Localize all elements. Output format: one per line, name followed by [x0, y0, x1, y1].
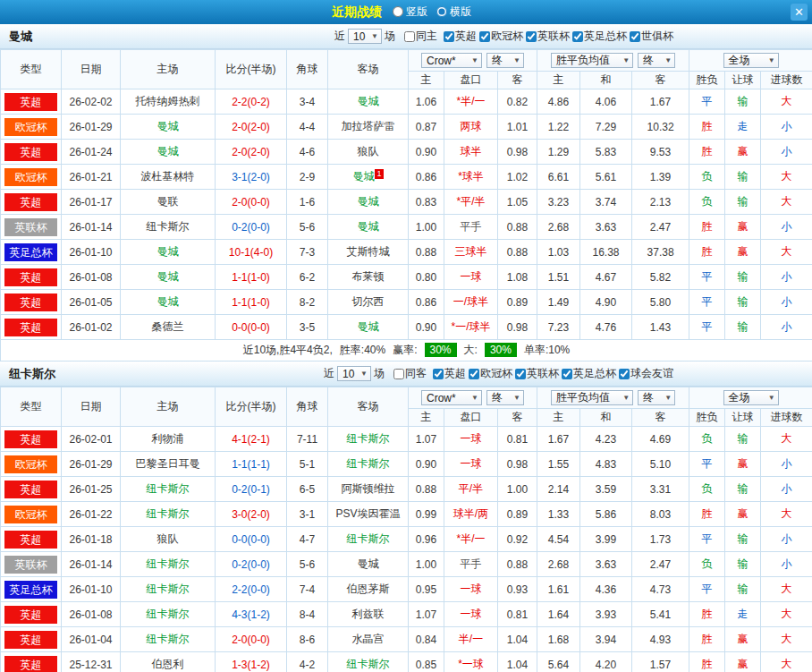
filter-league-checkbox[interactable]	[619, 369, 630, 379]
mean-final-select[interactable]: 终▼	[638, 53, 675, 68]
odds-handicap: 一球	[444, 265, 498, 290]
filter-same[interactable]: 同客	[393, 366, 427, 381]
mean-final-select[interactable]: 终▼	[638, 390, 675, 405]
home-team[interactable]: 纽卡斯尔	[121, 215, 216, 240]
filter-same-checkbox[interactable]	[404, 31, 415, 42]
match-row: 英超26-01-05曼城1-1(1-0)8-2切尔西0.86一/球半0.891.…	[1, 290, 812, 315]
home-team[interactable]: 狼队	[121, 527, 216, 552]
mean-draw: 3.93	[580, 602, 632, 627]
away-team[interactable]: 切尔西	[328, 290, 409, 315]
mean-select[interactable]: 胜平负均值▼	[551, 53, 633, 68]
chevron-down-icon: ▼	[622, 394, 630, 402]
filter-league-checkbox[interactable]	[444, 31, 454, 42]
odds-handicap: 三球半	[444, 240, 498, 265]
away-team[interactable]: 曼城	[328, 552, 409, 577]
home-team[interactable]: 桑德兰	[121, 315, 216, 340]
filter-league[interactable]: 球会友谊	[619, 366, 673, 381]
games-count-select[interactable]: 10▼	[337, 366, 371, 381]
filter-league-checkbox[interactable]	[515, 369, 526, 379]
vertical-radio[interactable]	[393, 6, 403, 17]
games-count-select[interactable]: 10▼	[348, 29, 382, 44]
filter-league[interactable]: 英超	[433, 366, 466, 381]
home-team[interactable]: 纽卡斯尔	[121, 627, 216, 652]
filter-league[interactable]: 世俱杯	[630, 29, 673, 44]
league-cell: 英联杯	[1, 552, 62, 577]
bookmaker-select[interactable]: Crow*▼	[421, 53, 482, 68]
layout-option-horizontal[interactable]: 横版	[436, 4, 471, 20]
section-team-name: 纽卡斯尔	[0, 366, 64, 382]
filter-league[interactable]: 欧冠杯	[469, 366, 512, 381]
away-team[interactable]: 阿斯顿维拉	[328, 477, 409, 502]
away-team[interactable]: 加拉塔萨雷	[328, 115, 409, 140]
odds-final-select[interactable]: 终▼	[486, 53, 524, 68]
home-team[interactable]: 波杜基林特	[121, 165, 216, 190]
away-team[interactable]: 曼城	[328, 215, 409, 240]
away-team[interactable]: 利兹联	[328, 602, 409, 627]
mean-select[interactable]: 胜平负均值▼	[551, 390, 633, 405]
filter-league-checkbox[interactable]	[572, 31, 583, 42]
mean-draw: 4.83	[580, 452, 632, 477]
filter-league-checkbox[interactable]	[526, 31, 537, 42]
away-team[interactable]: 纽卡斯尔	[328, 427, 409, 452]
away-team[interactable]: 纽卡斯尔	[328, 452, 409, 477]
filter-same[interactable]: 同主	[404, 29, 437, 44]
odds-home: 0.86	[409, 165, 444, 190]
home-team[interactable]: 曼城	[121, 265, 216, 290]
away-team[interactable]: 布莱顿	[328, 265, 409, 290]
filter-same-checkbox[interactable]	[393, 369, 404, 379]
away-team[interactable]: 曼城	[328, 190, 409, 215]
away-team[interactable]: 曼城	[328, 315, 409, 340]
matches-table: 类型日期主场比分(半场)角球客场Crow*▼终▼胜平负均值▼终▼全场▼主盘口客主…	[0, 387, 812, 672]
filter-league[interactable]: 英联杯	[526, 29, 570, 44]
scope-select[interactable]: 全场▼	[723, 390, 779, 405]
away-team[interactable]: 曼城1	[328, 165, 409, 190]
home-team[interactable]: 纽卡斯尔	[121, 602, 216, 627]
filter-league[interactable]: 英超	[444, 29, 477, 44]
match-score: 2-0(2-0)	[216, 140, 287, 165]
away-team[interactable]: PSV埃因霍温	[328, 502, 409, 527]
filter-league[interactable]: 英足总杯	[562, 366, 616, 381]
filter-league[interactable]: 英联杯	[515, 366, 559, 381]
mean-header-cell: 胜平负均值▼终▼	[537, 50, 689, 72]
filter-league[interactable]: 欧冠杯	[479, 29, 523, 44]
filter-league-checkbox[interactable]	[630, 31, 640, 42]
mean-draw: 3.94	[580, 627, 632, 652]
home-team[interactable]: 巴黎圣日耳曼	[121, 452, 216, 477]
away-team[interactable]: 水晶宫	[328, 627, 409, 652]
home-team[interactable]: 纽卡斯尔	[121, 552, 216, 577]
home-team[interactable]: 利物浦	[121, 427, 216, 452]
home-team[interactable]: 纽卡斯尔	[121, 502, 216, 527]
home-team[interactable]: 曼城	[121, 115, 216, 140]
away-team[interactable]: 纽卡斯尔	[328, 652, 409, 672]
away-team[interactable]: 伯恩茅斯	[328, 577, 409, 602]
col-mean-home: 主	[537, 409, 580, 427]
filter-same-label: 同主	[416, 29, 437, 44]
away-team[interactable]: 艾斯特城	[328, 240, 409, 265]
away-team[interactable]: 狼队	[328, 140, 409, 165]
filter-league-checkbox[interactable]	[479, 31, 490, 42]
odds-away: 1.08	[498, 265, 537, 290]
odds-final-select[interactable]: 终▼	[486, 390, 524, 405]
filter-league-checkbox[interactable]	[433, 369, 444, 379]
result-goals: 大	[761, 427, 812, 452]
home-team[interactable]: 曼城	[121, 290, 216, 315]
home-team[interactable]: 纽卡斯尔	[121, 577, 216, 602]
away-team[interactable]: 曼城	[328, 89, 409, 115]
away-team[interactable]: 纽卡斯尔	[328, 527, 409, 552]
home-team[interactable]: 伯恩利	[121, 652, 216, 672]
home-team[interactable]: 托特纳姆热刺	[121, 89, 216, 115]
home-team[interactable]: 曼城	[121, 140, 216, 165]
corner-score: 4-6	[287, 140, 328, 165]
filter-league[interactable]: 英足总杯	[572, 29, 627, 44]
home-team[interactable]: 纽卡斯尔	[121, 477, 216, 502]
scope-select[interactable]: 全场▼	[723, 53, 779, 68]
filter-league-checkbox[interactable]	[469, 369, 479, 379]
home-team[interactable]: 曼联	[121, 190, 216, 215]
layout-option-vertical[interactable]: 竖版	[393, 4, 427, 20]
horizontal-radio[interactable]	[436, 6, 447, 17]
bookmaker-select[interactable]: Crow*▼	[421, 390, 482, 405]
home-team[interactable]: 曼城	[121, 240, 216, 265]
league-cell: 英超	[1, 427, 62, 452]
close-icon[interactable]: ✕	[791, 4, 808, 21]
filter-league-checkbox[interactable]	[562, 369, 572, 379]
